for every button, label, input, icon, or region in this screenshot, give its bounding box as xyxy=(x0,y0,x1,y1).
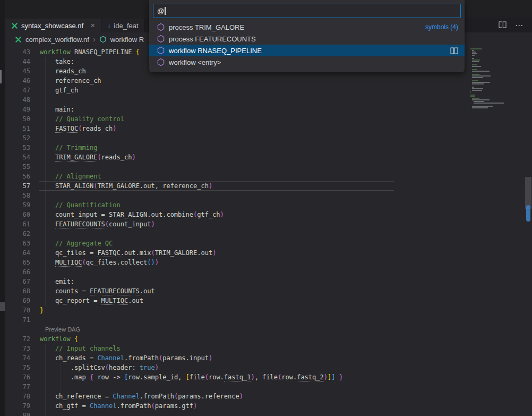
quick-open-item-label: workflow <entry> xyxy=(169,58,221,66)
line-number: 57 xyxy=(5,181,40,191)
symbol-icon xyxy=(157,35,165,43)
codelens-row[interactable]: Preview DAG xyxy=(5,325,463,334)
code-line[interactable]: 56 // Alignment xyxy=(5,172,463,181)
code-line[interactable]: 64 qc_files = FASTQC.out.mix(TRIM_GALORE… xyxy=(5,248,463,258)
minimap-line xyxy=(470,91,471,92)
split-editor-icon[interactable] xyxy=(499,21,507,30)
code-line[interactable]: 67 emit: xyxy=(5,277,463,286)
line-number: 53 xyxy=(5,143,40,152)
code-line[interactable]: 57 STAR_ALIGN(TRIM_GALORE.out, reference… xyxy=(5,181,463,191)
code-line[interactable]: 80 xyxy=(5,411,463,416)
quick-open-input[interactable]: @ xyxy=(153,4,461,18)
code-line[interactable]: 68 counts = FEATURECOUNTS.out xyxy=(5,286,463,296)
code-line[interactable]: 72workflow { xyxy=(5,334,463,344)
quick-open-item-label: process TRIM_GALORE xyxy=(169,23,244,31)
line-number: 78 xyxy=(5,392,40,401)
code-line[interactable]: 74 ch_reads = Channel.fromPath(params.in… xyxy=(5,353,463,363)
code-editor-window: syntax_showcase.nf ✕ ↓ ide_feat ⋯ comple… xyxy=(0,0,532,416)
code-line[interactable]: 59 // Quantification xyxy=(5,200,463,210)
code-line[interactable]: 46 reference_ch xyxy=(5,76,463,86)
line-number: 45 xyxy=(5,66,40,76)
quick-open-item[interactable]: workflow RNASEQ_PIPELINE xyxy=(149,45,465,56)
code-line[interactable]: 76 .map { row -> [row.sample_id, [file(r… xyxy=(5,372,463,382)
line-number: 70 xyxy=(5,305,40,315)
nextflow-file-icon xyxy=(11,22,18,29)
minimap-line xyxy=(472,60,479,61)
codelens-link[interactable]: Preview DAG xyxy=(45,325,80,334)
code-line[interactable]: 66 xyxy=(5,267,463,277)
code-line[interactable]: 54 TRIM_GALORE(reads_ch) xyxy=(5,152,463,162)
breadcrumb-symbol[interactable]: workflow R xyxy=(110,36,144,44)
line-number: 46 xyxy=(5,76,40,86)
more-actions-icon[interactable]: ⋯ xyxy=(515,21,524,30)
code-line[interactable]: 47 gtf_ch xyxy=(5,86,463,95)
code-editor[interactable]: 43workflow RNASEQ_PIPELINE {44 take:45 r… xyxy=(5,46,532,416)
open-to-side-icon[interactable] xyxy=(450,47,458,54)
code-line[interactable]: 48 xyxy=(5,95,463,105)
code-line[interactable]: 69 qc_report = MULTIQC.out xyxy=(5,296,463,305)
line-number: 64 xyxy=(5,248,40,258)
quick-open-item-label: process FEATURECOUNTS xyxy=(169,35,256,43)
quick-open-panel: @ process TRIM_GALOREsymbols (4)process … xyxy=(149,0,465,72)
code-line[interactable]: 53 // Trimming xyxy=(5,143,463,152)
tab-bar-actions: ⋯ xyxy=(499,19,532,32)
minimap-line xyxy=(472,88,483,89)
code-line[interactable]: 71 xyxy=(5,315,463,325)
close-tab-icon[interactable]: ✕ xyxy=(90,22,95,29)
code-line[interactable]: 60 count_input = STAR_ALIGN.out.combine(… xyxy=(5,210,463,219)
breadcrumb-file[interactable]: complex_workflow.nf xyxy=(25,36,89,44)
line-number: 76 xyxy=(5,372,40,382)
code-lines[interactable]: 43workflow RNASEQ_PIPELINE {44 take:45 r… xyxy=(5,47,463,416)
vertical-scrollbar[interactable] xyxy=(525,46,532,416)
line-number: 49 xyxy=(5,105,40,114)
line-number: 47 xyxy=(5,86,40,95)
symbols-count-badge: symbols (4) xyxy=(425,23,458,31)
line-number: 56 xyxy=(5,172,40,181)
minimap-line xyxy=(472,107,488,108)
download-file-icon: ↓ xyxy=(107,22,110,29)
symbol-icon xyxy=(157,58,165,66)
line-number: 80 xyxy=(5,411,40,416)
line-number: 62 xyxy=(5,229,40,239)
scroll-position-indicator xyxy=(526,205,530,222)
minimap[interactable] xyxy=(467,46,518,416)
tab-syntax-showcase[interactable]: syntax_showcase.nf ✕ xyxy=(5,19,101,32)
quick-open-item-label: workflow RNASEQ_PIPELINE xyxy=(169,47,262,55)
minimap-line xyxy=(472,69,477,70)
code-line[interactable]: 77 xyxy=(5,382,463,392)
code-line[interactable]: 73 // Input channels xyxy=(5,344,463,353)
code-line[interactable]: 79 ch_gtf = Channel.fromPath(params.gtf) xyxy=(5,401,463,411)
code-line[interactable]: 62 xyxy=(5,229,463,239)
code-line[interactable]: 75 .splitCsv(header: true) xyxy=(5,363,463,372)
quick-open-item[interactable]: workflow <entry> xyxy=(149,56,465,68)
minimap-line xyxy=(472,83,484,84)
code-line[interactable]: 52 xyxy=(5,133,463,143)
quick-open-item[interactable]: process FEATURECOUNTS xyxy=(149,33,465,45)
code-line[interactable]: 65 MULTIQC(qc_files.collect()) xyxy=(5,258,463,267)
code-line[interactable]: 51 FASTQC(reads_ch) xyxy=(5,124,463,133)
code-line[interactable]: 55 xyxy=(5,162,463,172)
code-line[interactable]: 50 // Quality control xyxy=(5,114,463,124)
code-line[interactable]: 61 FEATURECOUNTS(count_input) xyxy=(5,219,463,229)
line-number: 77 xyxy=(5,382,40,392)
activity-strip xyxy=(0,0,5,416)
line-number: 52 xyxy=(5,133,40,143)
line-number: 60 xyxy=(5,210,40,219)
line-number: 69 xyxy=(5,296,40,305)
code-line[interactable]: 70} xyxy=(5,305,463,315)
minimap-line xyxy=(472,58,474,59)
code-line[interactable]: 49 main: xyxy=(5,105,463,114)
symbol-icon xyxy=(157,23,165,31)
line-number: 55 xyxy=(5,162,40,172)
code-line[interactable]: 58 xyxy=(5,191,463,200)
minimap-line xyxy=(472,50,474,51)
quick-open-item[interactable]: process TRIM_GALOREsymbols (4) xyxy=(149,21,465,33)
scrollbar-thumb[interactable] xyxy=(525,177,531,209)
query-text: @ xyxy=(157,7,164,15)
minimap-line xyxy=(472,82,490,83)
code-line[interactable]: 78 ch_reference = Channel.fromPath(param… xyxy=(5,392,463,401)
line-number: 61 xyxy=(5,219,40,229)
tab-ide-features[interactable]: ↓ ide_feat xyxy=(101,19,144,32)
code-line[interactable]: 63 // Aggregate QC xyxy=(5,239,463,248)
line-number: 51 xyxy=(5,124,40,133)
